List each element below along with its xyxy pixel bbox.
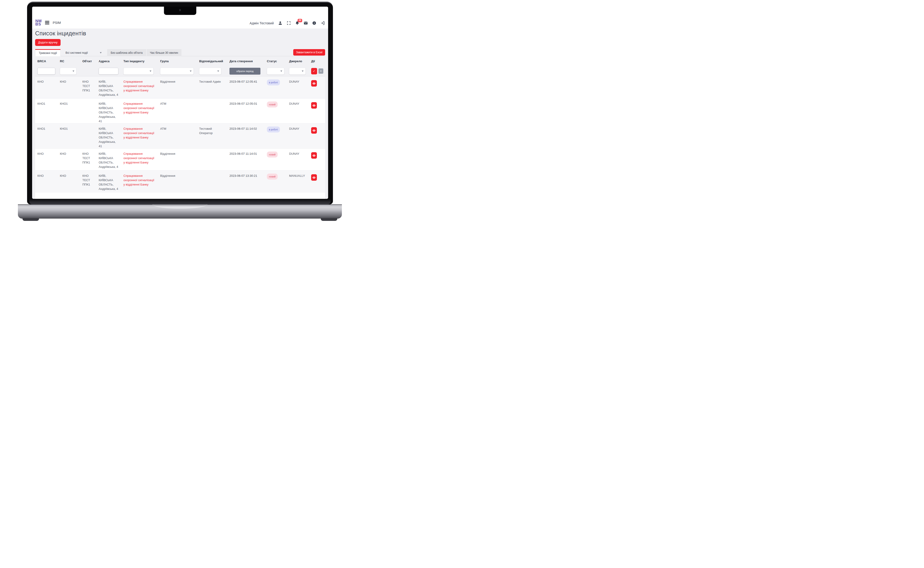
view-incident-button[interactable] <box>311 127 317 134</box>
chevron-down-icon <box>72 71 74 72</box>
column-header-object[interactable]: Об'єкт <box>80 56 96 66</box>
cell-brca: КНО1 <box>35 98 57 106</box>
column-header-responsible[interactable]: Відповідальний <box>197 56 227 66</box>
cell-source: DUNAY <box>287 124 309 131</box>
column-header-address[interactable]: Адреса <box>96 56 121 66</box>
cell-responsible <box>197 148 227 151</box>
chevron-down-icon <box>100 52 102 53</box>
responsible-filter-select[interactable] <box>199 68 221 75</box>
cell-created: 2023-06-07 11:14:01 <box>227 148 265 156</box>
chevron-down-icon <box>280 71 282 72</box>
cell-rc: КНО <box>57 148 80 156</box>
status-badge: в роботі <box>267 127 280 133</box>
info-icon[interactable] <box>312 21 317 25</box>
bell-icon[interactable]: 20 <box>295 21 300 25</box>
mail-icon[interactable] <box>304 21 308 25</box>
cell-created: 2023-06-07 11:14:02 <box>227 124 265 131</box>
status-badge: в роботі <box>267 79 280 85</box>
cell-incident-type: Спрацювання охоронної сигналізації у від… <box>121 148 158 165</box>
group-filter-select[interactable] <box>160 68 194 75</box>
tab-alarm-events[interactable]: Тривожні події <box>35 49 60 56</box>
column-header-source[interactable]: Джерело <box>287 56 309 66</box>
tab-over-30-min[interactable]: Час більше 30 хвилин <box>147 49 182 56</box>
view-incident-button[interactable] <box>311 152 317 159</box>
source-filter-select[interactable] <box>289 68 306 75</box>
logo-line-2: BS <box>35 23 42 26</box>
status-badge: новий <box>267 174 277 180</box>
notification-badge: 20 <box>298 19 302 22</box>
laptop-screen: NM BS PSIM Адмін Тестовий <box>27 2 333 204</box>
cell-brca: КНО <box>35 171 57 178</box>
address-filter-input[interactable] <box>99 68 118 75</box>
cell-rc: КНО <box>57 77 80 84</box>
column-header-brca[interactable]: BRCA <box>35 56 57 66</box>
period-filter-button[interactable]: обрати період <box>229 68 261 75</box>
fullscreen-icon[interactable] <box>286 21 291 25</box>
cell-object <box>80 98 96 101</box>
hinge-shade <box>29 199 331 204</box>
incident-type-filter-select[interactable] <box>124 68 154 75</box>
column-header-group[interactable]: Група <box>158 56 197 66</box>
chevron-down-icon <box>190 71 191 72</box>
filter-row: обрати період ✓ ✕ <box>35 66 325 77</box>
column-header-rc[interactable]: RC <box>57 56 80 66</box>
cell-group: ATM <box>158 98 197 106</box>
tab-no-template[interactable]: Без шаблона або об'єкта <box>107 49 146 56</box>
cell-responsible <box>197 171 227 174</box>
rc-filter-select[interactable] <box>60 68 77 75</box>
user-icon[interactable] <box>278 21 282 25</box>
laptop-foot-left <box>23 218 39 221</box>
cell-group: ATM <box>158 124 197 131</box>
column-header-created[interactable]: Дата створення <box>227 56 265 66</box>
cell-object: КНО ТЕСТ ППК1 <box>80 148 96 165</box>
cell-object: КНО ТЕСТ ППК1 <box>80 171 96 187</box>
view-incident-button[interactable] <box>311 80 317 86</box>
table-row: КНО КНО КНО ТЕСТ ППК1 КИЇВ, КИЇВСЬКА ОБЛ… <box>35 77 325 98</box>
menu-icon[interactable] <box>45 21 49 24</box>
cell-incident-type: Спрацювання охоронної сигналізації у від… <box>121 77 158 92</box>
cell-address: КИЇВ, КИЇВСЬКА ОБЛАСТЬ, Андріївська, 4 <box>96 148 121 169</box>
cell-address: КИЇВ, КИЇВСЬКА ОБЛАСТЬ, Андріївська, 41 <box>96 98 121 123</box>
tab-bar: Тривожні події Всі системні події Без ша… <box>35 49 325 56</box>
chevron-down-icon <box>217 71 219 72</box>
clear-filters-button[interactable]: ✕ <box>318 68 323 74</box>
cell-rc: КНО1 <box>57 98 80 106</box>
export-excel-button[interactable]: Завантажити в Excel <box>293 49 325 56</box>
cell-brca: КНО <box>35 148 57 156</box>
cell-responsible <box>197 98 227 101</box>
cell-brca: КНО <box>35 77 57 84</box>
add-manual-button[interactable]: Додати вручну <box>35 39 60 46</box>
status-badge: новий <box>267 151 277 157</box>
column-header-incident-type[interactable]: Тип інциденту <box>121 56 158 66</box>
status-filter-select[interactable] <box>267 68 284 75</box>
tab-system-events-dropdown[interactable]: Всі системні події <box>62 49 105 56</box>
cell-created: 2023-06-07 12:05:01 <box>227 98 265 106</box>
apply-filters-button[interactable]: ✓ <box>311 68 317 74</box>
user-name: Адмін Тестовий <box>250 21 274 25</box>
view-incident-button[interactable] <box>311 174 317 181</box>
cell-group: Відділення <box>158 77 197 84</box>
table-row: КНО1 КНО1 КИЇВ, КИЇВСЬКА ОБЛАСТЬ, Андрії… <box>35 98 325 124</box>
cell-rc: КНО1 <box>57 124 80 131</box>
logout-icon[interactable] <box>321 21 325 25</box>
cell-responsible: Тестовий Оператор <box>197 124 227 135</box>
view-incident-button[interactable] <box>311 102 317 109</box>
table-header-row: BRCA RC Об'єкт Адреса Тип інциденту Груп… <box>35 56 325 66</box>
nmbs-logo: NM BS <box>35 20 42 26</box>
cell-source: DUNAY <box>287 77 309 84</box>
cell-object <box>80 124 96 127</box>
brca-filter-input[interactable] <box>38 68 55 75</box>
cell-source: MANUALLY <box>287 171 309 178</box>
column-header-actions[interactable]: Дії <box>309 56 325 66</box>
laptop-base <box>18 204 342 219</box>
tab-alarm-events-label: Тривожні події <box>39 51 57 54</box>
laptop-mockup: NM BS PSIM Адмін Тестовий <box>0 0 360 221</box>
column-header-status[interactable]: Статус <box>265 56 287 66</box>
webcam-dot <box>179 9 181 11</box>
cell-address: КИЇВ, КИЇВСЬКА ОБЛАСТЬ, Андріївська, 4 <box>96 77 121 97</box>
lid-scoop <box>152 204 207 209</box>
cell-address: КИЇВ, КИЇВСЬКА ОБЛАСТЬ, Андріївська, 4 <box>96 171 121 191</box>
cell-group: Відділення <box>158 148 197 156</box>
cell-responsible: Тестовий Адмін <box>197 77 227 84</box>
cell-object: КНО ТЕСТ ППК1 <box>80 77 96 92</box>
